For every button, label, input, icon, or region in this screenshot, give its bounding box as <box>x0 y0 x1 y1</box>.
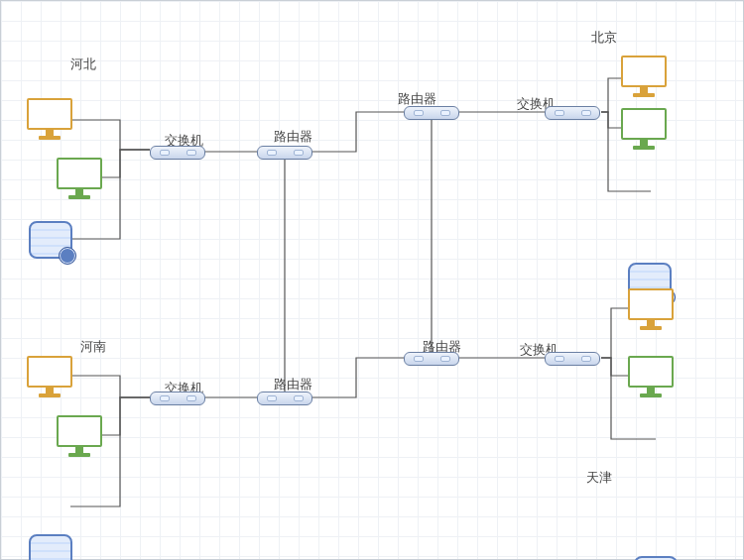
hebei-server[interactable] <box>29 217 72 263</box>
router-ll[interactable] <box>257 392 312 405</box>
edge <box>100 397 150 435</box>
hebei-pc1[interactable] <box>27 98 72 140</box>
switch-beijing[interactable] <box>545 106 600 120</box>
edge <box>70 120 150 150</box>
switch-hebei[interactable] <box>150 146 205 160</box>
henan-pc1[interactable] <box>27 356 72 397</box>
henan-server[interactable] <box>29 530 72 560</box>
edge <box>70 376 150 397</box>
tianjin-pc2[interactable] <box>628 356 674 397</box>
switch-tianjin[interactable] <box>545 352 600 366</box>
edge <box>100 150 150 177</box>
site-label-tianjin: 天津 <box>586 469 612 487</box>
edge <box>312 358 404 397</box>
site-label-beijing: 北京 <box>591 29 617 47</box>
tianjin-pc1[interactable] <box>628 288 674 330</box>
edge <box>601 78 621 112</box>
beijing-pc1[interactable] <box>621 56 667 97</box>
label-router-ul: 路由器 <box>274 128 312 146</box>
switch-henan[interactable] <box>150 392 205 405</box>
beijing-pc2[interactable] <box>621 108 667 150</box>
diagram-canvas: 河北 河南 北京 天津 交换机 交换机 交换机 交换机 路由器 路由器 路由器 … <box>0 0 744 560</box>
edge <box>601 112 621 128</box>
edge <box>312 112 404 152</box>
router-ur[interactable] <box>404 106 459 120</box>
hebei-pc2[interactable] <box>57 158 102 199</box>
tianjin-server[interactable] <box>634 552 678 560</box>
router-ul[interactable] <box>257 146 312 160</box>
henan-pc2[interactable] <box>57 415 102 457</box>
site-label-henan: 河南 <box>80 338 106 356</box>
router-lr[interactable] <box>404 352 459 366</box>
site-label-hebei: 河北 <box>70 56 96 73</box>
